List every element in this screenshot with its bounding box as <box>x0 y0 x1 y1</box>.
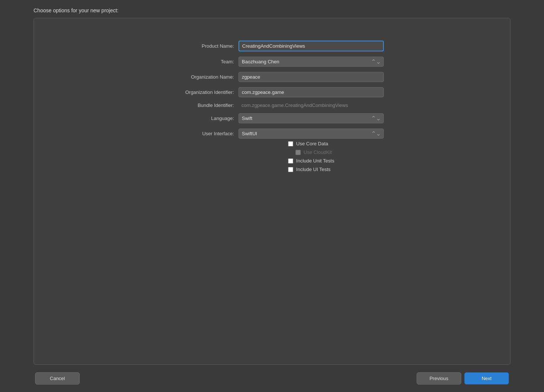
ui-control: SwiftUI Storyboard ⌃⌄ <box>238 129 384 139</box>
previous-button[interactable]: Previous <box>417 372 461 385</box>
team-select[interactable]: Baozhuang Chen None <box>238 57 384 67</box>
use-core-data-checkbox[interactable] <box>288 141 293 146</box>
org-name-label: Organization Name: <box>160 74 238 80</box>
org-name-control <box>238 72 384 82</box>
include-ui-tests-checkbox[interactable] <box>288 167 293 172</box>
team-row: Team: Baozhuang Chen None ⌃⌄ <box>160 57 384 67</box>
product-name-input[interactable] <box>238 41 384 51</box>
cancel-button[interactable]: Cancel <box>35 372 80 385</box>
product-name-row: Product Name: <box>160 41 384 51</box>
team-label: Team: <box>160 59 238 64</box>
org-name-row: Organization Name: <box>160 72 384 82</box>
language-select-wrapper: Swift Objective-C ⌃⌄ <box>238 113 384 123</box>
use-cloudkit-checkbox[interactable] <box>295 150 301 155</box>
org-name-input[interactable] <box>238 72 384 82</box>
org-id-label: Organization Identifier: <box>160 89 238 95</box>
use-core-data-row: Use Core Data <box>288 141 334 146</box>
include-unit-tests-row: Include Unit Tests <box>288 158 334 164</box>
org-id-input[interactable] <box>238 87 384 97</box>
language-control: Swift Objective-C ⌃⌄ <box>238 113 384 123</box>
language-select[interactable]: Swift Objective-C <box>238 113 384 123</box>
ui-row: User Interface: SwiftUI Storyboard ⌃⌄ <box>160 129 384 139</box>
use-core-data-label: Use Core Data <box>296 141 328 146</box>
use-cloudkit-row: Use CloudKit <box>295 149 334 155</box>
nav-buttons: Previous Next <box>417 372 509 385</box>
bundle-id-label: Bundle Identifier: <box>160 102 238 108</box>
include-unit-tests-checkbox[interactable] <box>288 158 293 164</box>
include-unit-tests-label: Include Unit Tests <box>296 158 334 164</box>
team-select-wrapper: Baozhuang Chen None ⌃⌄ <box>238 57 384 67</box>
org-id-control <box>238 87 384 97</box>
org-id-row: Organization Identifier: <box>160 87 384 97</box>
bundle-id-row: Bundle Identifier: com.zgpeace.game.Crea… <box>160 102 384 108</box>
dialog-container: Product Name: Team: Baozhuang Chen None … <box>34 18 510 365</box>
ui-select[interactable]: SwiftUI Storyboard <box>238 129 384 139</box>
team-control: Baozhuang Chen None ⌃⌄ <box>238 57 384 67</box>
checkboxes-area: Use Core Data Use CloudKit Include Unit … <box>288 141 334 172</box>
next-button[interactable]: Next <box>464 372 509 385</box>
product-name-label: Product Name: <box>160 43 238 49</box>
product-name-control <box>238 41 384 51</box>
form-area: Product Name: Team: Baozhuang Chen None … <box>160 41 384 139</box>
use-cloudkit-label: Use CloudKit <box>304 149 332 155</box>
include-ui-tests-label: Include UI Tests <box>296 167 330 172</box>
ui-label: User Interface: <box>160 131 238 136</box>
ui-select-wrapper: SwiftUI Storyboard ⌃⌄ <box>238 129 384 139</box>
include-ui-tests-row: Include UI Tests <box>288 167 334 172</box>
language-label: Language: <box>160 116 238 121</box>
bundle-id-value: com.zgpeace.game.CreatingAndCombiningVie… <box>238 101 351 110</box>
dialog-title: Choose options for your new project: <box>34 7 118 13</box>
bundle-id-control: com.zgpeace.game.CreatingAndCombiningVie… <box>238 102 384 108</box>
language-row: Language: Swift Objective-C ⌃⌄ <box>160 113 384 123</box>
bottom-bar: Cancel Previous Next <box>34 372 510 385</box>
